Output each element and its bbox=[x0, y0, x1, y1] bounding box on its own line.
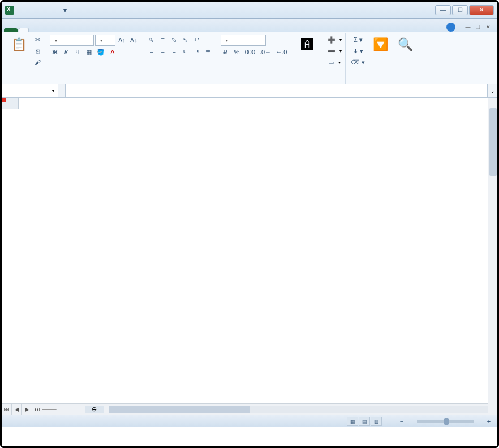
zoom-slider[interactable] bbox=[417, 420, 474, 423]
worksheet-grid[interactable]: ⏮ ◀ ▶ ⏭ ⊕ bbox=[2, 98, 497, 415]
qat-dropdown[interactable]: ▾ bbox=[59, 5, 71, 16]
maximize-button[interactable]: ☐ bbox=[452, 5, 468, 15]
wrap-text-button[interactable]: ↩ bbox=[192, 35, 202, 45]
horizontal-scroll-thumb[interactable] bbox=[109, 406, 250, 413]
sort-filter-button[interactable]: 🔽 bbox=[369, 35, 392, 56]
percent-button[interactable]: % bbox=[232, 47, 242, 57]
formula-input[interactable] bbox=[66, 84, 487, 97]
formula-bar-expand[interactable]: ⌄ bbox=[487, 84, 497, 97]
orientation-button[interactable]: ⤡ bbox=[180, 35, 191, 45]
zoom-out-button[interactable]: − bbox=[398, 418, 406, 425]
sheet-nav-first[interactable]: ⏮ bbox=[2, 404, 12, 415]
font-group-label bbox=[50, 81, 139, 84]
view-normal-button[interactable]: ▦ bbox=[347, 417, 358, 426]
autosum-button[interactable]: Σ ▾ bbox=[349, 35, 367, 45]
merge-button[interactable]: ⬌ bbox=[203, 46, 213, 56]
tab-addins[interactable] bbox=[100, 28, 110, 32]
mdi-close[interactable]: ✕ bbox=[484, 23, 493, 31]
tab-developer[interactable] bbox=[90, 28, 100, 32]
vertical-scrollbar[interactable] bbox=[488, 98, 497, 415]
sheet-nav-prev[interactable]: ◀ bbox=[12, 404, 22, 415]
cells-group-label bbox=[326, 81, 342, 84]
tab-layout[interactable] bbox=[39, 28, 49, 32]
group-editing: Σ ▾ ⬇ ▾ ⌫ ▾ 🔽 🔍 bbox=[346, 33, 420, 84]
file-tab[interactable] bbox=[4, 28, 18, 32]
mdi-minimize[interactable]: — bbox=[463, 23, 472, 31]
sort-icon: 🔽 bbox=[371, 36, 389, 54]
increase-decimal-button[interactable]: .0→ bbox=[258, 47, 273, 57]
align-center-button[interactable]: ≡ bbox=[158, 46, 168, 56]
name-box-dropdown-icon: ▾ bbox=[52, 88, 54, 93]
font-color-button[interactable]: A bbox=[107, 47, 118, 57]
vertical-scroll-thumb[interactable] bbox=[489, 108, 497, 176]
tab-foxit[interactable] bbox=[110, 28, 121, 32]
cut-button[interactable]: ✂ bbox=[32, 35, 42, 45]
new-sheet-button[interactable]: ⊕ bbox=[85, 406, 104, 413]
font-name-combo[interactable]: ▾ bbox=[50, 35, 94, 46]
fill-button[interactable]: ⬇ ▾ bbox=[349, 46, 367, 56]
minimize-button[interactable]: — bbox=[435, 5, 451, 15]
group-alignment: ⬁ ≡ ⬂ ⤡ ↩ ≡ ≡ ≡ ⇤ ⇥ ⬌ bbox=[143, 33, 217, 84]
align-left-button[interactable]: ≡ bbox=[147, 46, 157, 56]
styles-button[interactable]: 🅰 bbox=[296, 35, 319, 56]
tab-insert[interactable] bbox=[29, 28, 39, 32]
format-painter-button[interactable]: 🖌 bbox=[32, 57, 42, 67]
delete-cells-button[interactable]: ➖ bbox=[326, 46, 337, 56]
underline-button[interactable]: Ч bbox=[72, 47, 83, 57]
sheet-nav-last[interactable]: ⏭ bbox=[32, 404, 42, 415]
view-pagebreak-button[interactable]: ▥ bbox=[371, 417, 382, 426]
mdi-restore[interactable]: ❐ bbox=[474, 23, 483, 31]
decrease-font-button[interactable]: A↓ bbox=[128, 35, 139, 45]
undo-button[interactable] bbox=[32, 5, 44, 16]
format-cells-button[interactable]: ▭ bbox=[326, 57, 336, 67]
group-font: ▾ ▾ A↑ A↓ Ж К Ч ▦ 🪣 A bbox=[46, 33, 143, 84]
number-format-combo[interactable]: ▾ bbox=[221, 35, 266, 46]
fill-handle[interactable] bbox=[2, 98, 5, 101]
help-icon[interactable] bbox=[446, 23, 455, 32]
paste-button[interactable]: 📋 bbox=[7, 35, 30, 56]
ribbon-tabs: — ❐ ✕ bbox=[2, 19, 497, 32]
increase-indent-button[interactable]: ⇥ bbox=[192, 46, 202, 56]
align-middle-button[interactable]: ≡ bbox=[158, 35, 168, 45]
increase-font-button[interactable]: A↑ bbox=[117, 35, 127, 45]
currency-button[interactable]: ₽ bbox=[221, 47, 231, 57]
group-number: ▾ ₽ % 000 .0→ ←.0 bbox=[217, 33, 293, 84]
number-group-label bbox=[221, 81, 289, 84]
tab-formulas[interactable] bbox=[49, 28, 59, 32]
sheet-nav-next[interactable]: ▶ bbox=[22, 404, 32, 415]
decrease-decimal-button[interactable]: ←.0 bbox=[274, 47, 289, 57]
decrease-indent-button[interactable]: ⇤ bbox=[180, 46, 191, 56]
horizontal-scrollbar[interactable] bbox=[109, 406, 488, 413]
group-clipboard: 📋 ✂ ⎘ 🖌 bbox=[4, 33, 46, 84]
zoom-in-button[interactable]: + bbox=[485, 418, 493, 425]
close-button[interactable]: ✕ bbox=[469, 5, 494, 15]
save-button[interactable] bbox=[19, 5, 30, 16]
insert-cells-button[interactable]: ➕ bbox=[326, 35, 337, 45]
fill-color-button[interactable]: 🪣 bbox=[95, 47, 106, 57]
copy-button[interactable]: ⎘ bbox=[32, 46, 42, 56]
ribbon: 📋 ✂ ⎘ 🖌 ▾ ▾ A↑ A↓ Ж К bbox=[2, 32, 497, 84]
font-size-combo[interactable]: ▾ bbox=[95, 35, 115, 46]
tab-home[interactable] bbox=[19, 28, 29, 32]
border-button[interactable]: ▦ bbox=[84, 47, 94, 57]
tab-abbyy[interactable] bbox=[121, 28, 131, 32]
redo-button[interactable] bbox=[46, 5, 57, 16]
clipboard-icon: 📋 bbox=[10, 36, 28, 54]
comma-button[interactable]: 000 bbox=[243, 47, 257, 57]
tab-review[interactable] bbox=[70, 28, 80, 32]
italic-button[interactable]: К bbox=[61, 47, 71, 57]
find-select-button[interactable]: 🔍 bbox=[394, 35, 416, 56]
sheet-tab-bar: ⏮ ◀ ▶ ⏭ ⊕ bbox=[2, 403, 488, 415]
align-top-button[interactable]: ⬁ bbox=[147, 35, 157, 45]
tab-data[interactable] bbox=[59, 28, 70, 32]
bold-button[interactable]: Ж bbox=[50, 47, 60, 57]
zoom-slider-thumb[interactable] bbox=[444, 418, 449, 425]
align-right-button[interactable]: ≡ bbox=[169, 46, 179, 56]
align-bottom-button[interactable]: ⬂ bbox=[169, 35, 179, 45]
view-layout-button[interactable]: ▤ bbox=[359, 417, 370, 426]
formula-bar: ▾ ⌄ bbox=[2, 84, 497, 98]
clear-button[interactable]: ⌫ ▾ bbox=[349, 57, 367, 67]
name-box[interactable]: ▾ bbox=[2, 84, 58, 97]
tab-view[interactable] bbox=[80, 28, 90, 32]
sheet-tab-1[interactable] bbox=[42, 409, 57, 410]
